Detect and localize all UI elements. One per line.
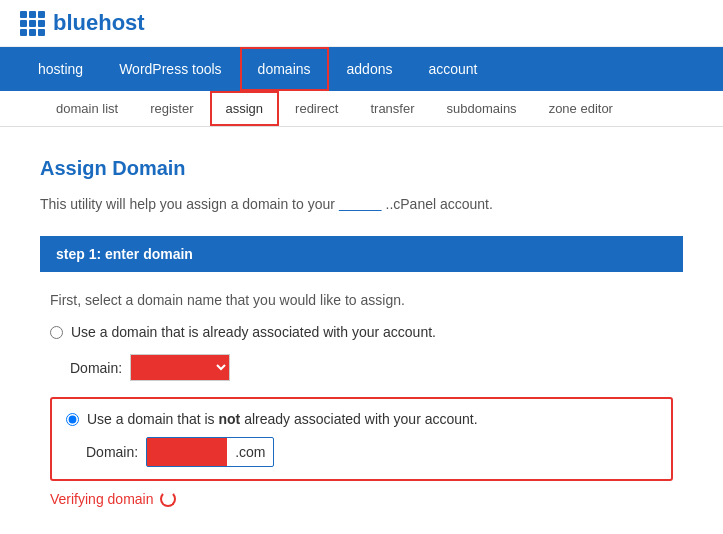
nav-account[interactable]: account bbox=[410, 47, 495, 91]
subnav-register[interactable]: register bbox=[134, 91, 209, 126]
subnav-assign[interactable]: assign bbox=[210, 91, 280, 126]
main-nav: hosting WordPress tools domains addons a… bbox=[0, 47, 723, 91]
domain-input-row: Domain: .com bbox=[86, 437, 657, 467]
radio-option-2-top: Use a domain that is not already associa… bbox=[66, 411, 657, 427]
domain-select[interactable] bbox=[130, 354, 230, 381]
domain-label-1: Domain: bbox=[70, 360, 122, 376]
domain-input-label: Domain: bbox=[86, 444, 138, 460]
radio-label-2: Use a domain that is not already associa… bbox=[87, 411, 478, 427]
radio-option-2-bordered: Use a domain that is not already associa… bbox=[50, 397, 673, 481]
domain-input-wrapper: .com bbox=[146, 437, 274, 467]
domain-row-1: Domain: bbox=[70, 354, 673, 381]
radio-input-2[interactable] bbox=[66, 413, 79, 426]
subnav-domain-list[interactable]: domain list bbox=[40, 91, 134, 126]
domain-input-red-block bbox=[147, 438, 227, 466]
intro-link[interactable] bbox=[339, 196, 382, 212]
logo-text: bluehost bbox=[53, 10, 145, 36]
sub-nav: domain list register assign redirect tra… bbox=[0, 91, 723, 127]
page-title: Assign Domain bbox=[40, 157, 683, 180]
subnav-subdomains[interactable]: subdomains bbox=[431, 91, 533, 126]
domain-input-suffix: .com bbox=[227, 444, 273, 460]
spin-icon bbox=[160, 491, 176, 507]
radio-input-1[interactable] bbox=[50, 326, 63, 339]
page-content: Assign Domain This utility will help you… bbox=[0, 127, 723, 534]
top-header: bluehost bbox=[0, 0, 723, 47]
nav-wordpress-tools[interactable]: WordPress tools bbox=[101, 47, 239, 91]
logo-grid-icon bbox=[20, 11, 45, 36]
nav-addons[interactable]: addons bbox=[329, 47, 411, 91]
step-description: First, select a domain name that you wou… bbox=[50, 292, 673, 308]
step-header: step 1: enter domain bbox=[40, 236, 683, 272]
subnav-redirect[interactable]: redirect bbox=[279, 91, 354, 126]
verifying-status: Verifying domain bbox=[50, 491, 673, 507]
nav-hosting[interactable]: hosting bbox=[20, 47, 101, 91]
radio-option-1: Use a domain that is already associated … bbox=[50, 324, 673, 340]
subnav-transfer[interactable]: transfer bbox=[354, 91, 430, 126]
step-content: First, select a domain name that you wou… bbox=[40, 292, 683, 507]
radio-label-1: Use a domain that is already associated … bbox=[71, 324, 436, 340]
intro-text: This utility will help you assign a doma… bbox=[40, 196, 683, 212]
nav-domains[interactable]: domains bbox=[240, 47, 329, 91]
subnav-zone-editor[interactable]: zone editor bbox=[533, 91, 629, 126]
